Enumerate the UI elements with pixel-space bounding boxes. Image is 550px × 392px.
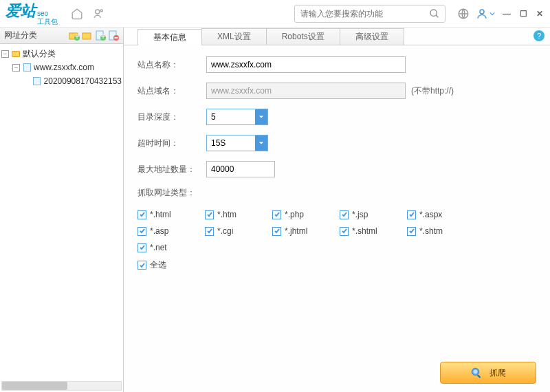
row-depth: 目录深度： 5: [138, 109, 536, 125]
check-htm[interactable]: *.htm: [205, 210, 272, 219]
scrollbar-thumb[interactable]: [2, 382, 67, 390]
check-cgi[interactable]: *.cgi: [205, 226, 272, 236]
svg-point-17: [474, 370, 478, 374]
checkbox-icon: [272, 210, 281, 219]
chevron-down-icon[interactable]: [255, 135, 267, 151]
form: 站点名称： 站点域名： (不带http://) 目录深度： 5 超时时间： 15…: [124, 45, 550, 278]
row-site-name: 站点名称：: [138, 56, 536, 73]
title-bar: 爱站 seo 工具包 — ☐ ✕: [0, 0, 550, 28]
check-label: *.htm: [217, 210, 236, 219]
tree-entry[interactable]: 20200908170432153: [1, 74, 122, 88]
tab-advanced[interactable]: 高级设置: [340, 28, 404, 45]
delete-page-icon[interactable]: [108, 30, 119, 41]
logo-main: 爱站: [6, 1, 36, 21]
tree-site[interactable]: − www.zsxxfx.com: [1, 61, 122, 74]
tree-site-label: www.zsxxfx.com: [34, 63, 94, 72]
check-label: *.jsp: [352, 210, 368, 219]
check-all[interactable]: 全选: [138, 259, 536, 271]
check-html[interactable]: *.html: [138, 210, 205, 219]
max-urls-label: 最大地址数量：: [138, 164, 206, 175]
globe-icon[interactable]: [454, 4, 473, 23]
user-icon[interactable]: [89, 4, 109, 23]
sidebar: 网址分类 + + − 默认分类 − www.zsxxfx.com 2020090…: [0, 28, 124, 392]
tree: − 默认分类 − www.zsxxfx.com 2020090817043215…: [0, 44, 123, 91]
add-folder-icon[interactable]: +: [69, 30, 80, 41]
checkbox-icon: [138, 243, 146, 252]
svg-point-5: [480, 10, 484, 14]
checkbox-icon: [138, 261, 146, 270]
minimize-button[interactable]: —: [502, 9, 512, 19]
checkbox-icon: [407, 210, 416, 219]
collapse-icon[interactable]: −: [12, 64, 20, 72]
chevron-down-icon[interactable]: [255, 109, 267, 124]
depth-label: 目录深度：: [138, 111, 206, 123]
page-icon: [32, 76, 41, 86]
check-php[interactable]: *.php: [272, 210, 340, 219]
check-net[interactable]: *.net: [138, 243, 205, 252]
window-controls: — ☐ ✕: [502, 9, 544, 19]
crawl-button[interactable]: 抓爬: [440, 362, 536, 384]
tab-basic[interactable]: 基本信息: [138, 29, 202, 45]
footer: 抓爬: [440, 362, 536, 384]
check-jsp[interactable]: *.jsp: [340, 210, 407, 219]
site-domain-hint: (不带http://): [411, 85, 454, 97]
checkbox-icon: [340, 227, 349, 236]
max-urls-input[interactable]: [206, 161, 275, 177]
checkbox-icon: [138, 227, 146, 236]
check-label: *.cgi: [217, 226, 233, 236]
maximize-button[interactable]: ☐: [518, 9, 528, 19]
crawl-types-checks: *.html *.htm *.php *.jsp *.aspx *.asp *.…: [138, 210, 536, 278]
search-box: [294, 5, 446, 23]
search-icon: [470, 367, 483, 379]
search-input[interactable]: [295, 9, 424, 19]
sidebar-title: 网址分类: [4, 30, 67, 41]
check-jhtml[interactable]: *.jhtml: [272, 226, 340, 236]
horizontal-scrollbar[interactable]: [1, 381, 122, 391]
tab-label: Robots设置: [282, 31, 324, 43]
help-icon[interactable]: ?: [534, 30, 544, 41]
svg-point-2: [430, 10, 437, 16]
close-button[interactable]: ✕: [535, 9, 544, 19]
timeout-select[interactable]: 15S: [206, 135, 268, 151]
timeout-value: 15S: [207, 135, 255, 151]
row-timeout: 超时时间： 15S: [138, 135, 536, 151]
svg-rect-18: [477, 374, 481, 378]
depth-value: 5: [207, 109, 255, 124]
site-name-label: 站点名称：: [138, 59, 206, 71]
svg-text:+: +: [74, 32, 79, 41]
checkbox-icon: [138, 210, 146, 219]
tab-label: 基本信息: [153, 32, 186, 43]
folder-icon: [11, 49, 21, 58]
check-shtml[interactable]: *.shtml: [340, 226, 407, 236]
search-button[interactable]: [424, 6, 445, 22]
check-label: *.php: [285, 210, 304, 219]
tab-label: 高级设置: [355, 31, 388, 43]
check-shtm[interactable]: *.shtm: [407, 226, 474, 236]
site-name-input[interactable]: [206, 56, 406, 73]
add-page-icon[interactable]: +: [95, 30, 106, 41]
check-label: *.net: [150, 243, 167, 252]
row-site-domain: 站点域名： (不带http://): [138, 83, 536, 99]
svg-line-3: [436, 15, 438, 17]
check-label: *.shtml: [352, 226, 377, 236]
check-label: *.shtm: [419, 226, 443, 236]
sidebar-header: 网址分类 + +: [0, 28, 123, 44]
check-label: *.aspx: [419, 210, 442, 219]
account-icon[interactable]: [476, 4, 495, 23]
main-panel: 基本信息 XML设置 Robots设置 高级设置 ? 站点名称： 站点域名： (…: [124, 28, 550, 392]
collapse-icon[interactable]: −: [1, 50, 9, 58]
checkbox-icon: [205, 227, 214, 236]
tree-root[interactable]: − 默认分类: [1, 47, 122, 61]
tab-robots[interactable]: Robots设置: [266, 28, 340, 45]
app-logo: 爱站 seo 工具包: [6, 1, 58, 27]
tab-xml[interactable]: XML设置: [201, 28, 267, 45]
folder-icon[interactable]: [82, 30, 93, 41]
check-aspx[interactable]: *.aspx: [407, 210, 474, 219]
depth-select[interactable]: 5: [206, 109, 268, 125]
crawl-button-label: 抓爬: [490, 367, 506, 379]
check-asp[interactable]: *.asp: [138, 226, 205, 236]
home-icon[interactable]: [67, 4, 87, 23]
site-domain-input[interactable]: [206, 83, 406, 99]
timeout-label: 超时时间：: [138, 138, 206, 149]
page-icon: [22, 63, 32, 72]
